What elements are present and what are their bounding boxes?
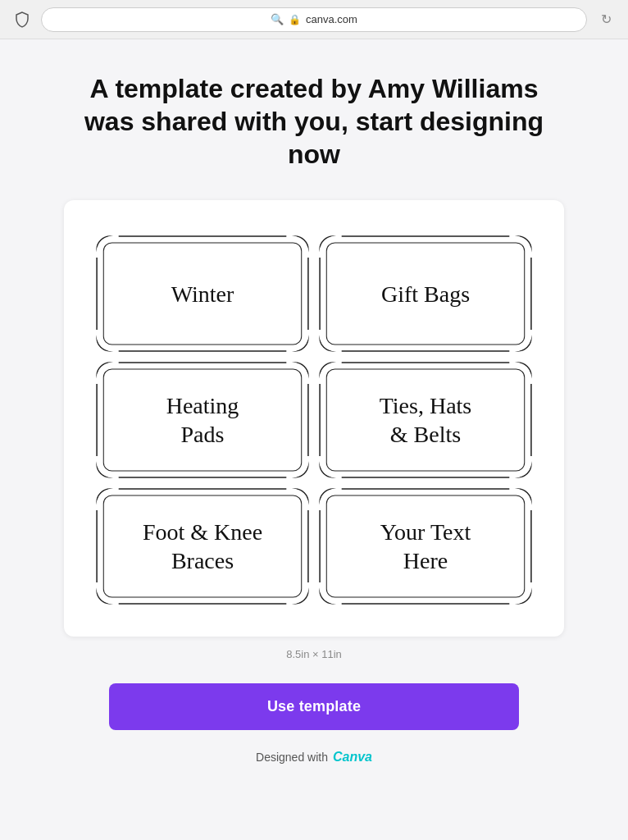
label-cell-foot-knee-braces: Foot & Knee Braces	[93, 486, 312, 607]
url-text: canva.com	[306, 13, 357, 25]
page-title: A template created by Amy Williams was s…	[76, 72, 552, 171]
address-bar[interactable]: 🔍 🔒 canva.com	[41, 7, 587, 32]
label-cell-your-text-here: Your Text Here	[316, 486, 535, 607]
designed-with-footer: Designed with Canva	[256, 750, 372, 765]
use-template-button[interactable]: Use template	[109, 683, 519, 730]
refresh-button[interactable]: ↻	[597, 11, 615, 29]
label-text-ties-hats-belts: Ties, Hats & Belts	[366, 383, 485, 457]
label-text-your-text-here: Your Text Here	[367, 509, 485, 583]
shield-icon	[13, 11, 31, 29]
template-preview-card: Winter Gift Bags	[64, 200, 564, 637]
label-grid: Winter Gift Bags	[93, 233, 535, 607]
search-icon: 🔍	[271, 13, 284, 25]
label-cell-gift-bags: Gift Bags	[316, 233, 535, 354]
browser-chrome: 🔍 🔒 canva.com ↻	[0, 0, 628, 39]
designed-with-text: Designed with	[256, 751, 328, 764]
label-text-heating-pads: Heating Pads	[153, 383, 253, 457]
lock-icon: 🔒	[289, 14, 301, 25]
page-content: A template created by Amy Williams was s…	[0, 39, 628, 797]
label-cell-winter: Winter	[93, 233, 312, 354]
label-text-winter: Winter	[158, 272, 248, 317]
label-text-gift-bags: Gift Bags	[368, 272, 483, 317]
canva-logo: Canva	[333, 750, 372, 765]
label-text-foot-knee-braces: Foot & Knee Braces	[130, 509, 275, 583]
label-cell-ties-hats-belts: Ties, Hats & Belts	[316, 359, 535, 481]
template-dimensions: 8.5in × 11in	[286, 648, 342, 660]
label-cell-heating-pads: Heating Pads	[93, 359, 312, 481]
